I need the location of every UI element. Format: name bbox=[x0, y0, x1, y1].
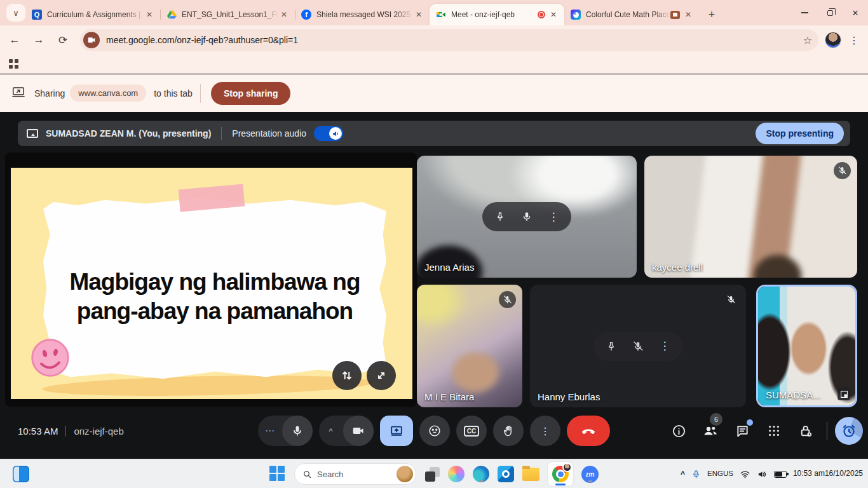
tab-meet-active[interactable]: Meet - onz-iejf-qeb ✕ bbox=[430, 4, 564, 25]
reactions-button[interactable] bbox=[419, 416, 450, 446]
participant-count-badge: 6 bbox=[710, 413, 722, 426]
chat-panel-button[interactable] bbox=[729, 417, 756, 445]
browser-toolbar: ← → ⟳ meet.google.com/onz-iejf-qeb?authu… bbox=[0, 25, 868, 55]
sharing-label: Sharing bbox=[34, 88, 65, 98]
shared-site-pill[interactable]: www.canva.com bbox=[70, 85, 146, 102]
captions-button[interactable]: CC bbox=[456, 416, 487, 446]
close-icon[interactable]: ✕ bbox=[144, 9, 155, 20]
scroll-presentation-button[interactable] bbox=[332, 361, 362, 390]
captions-icon: CC bbox=[464, 426, 479, 437]
tab-search-button[interactable]: ∨ bbox=[6, 4, 25, 22]
pin-icon[interactable] bbox=[602, 337, 620, 355]
meeting-code: onz-iejf-qeb bbox=[74, 426, 123, 437]
start-button[interactable] bbox=[269, 466, 286, 482]
browser-tab-strip: ∨ Q Curriculum & Assignments | ✕ ENT_SG_… bbox=[0, 0, 868, 25]
self-view-tile[interactable]: SUMADSA... bbox=[756, 285, 857, 407]
copilot-icon[interactable] bbox=[448, 466, 465, 482]
reload-button[interactable]: ⟳ bbox=[53, 30, 72, 50]
profile-avatar[interactable] bbox=[825, 32, 841, 48]
mic-muted-icon bbox=[834, 162, 851, 179]
activities-button[interactable] bbox=[761, 417, 787, 445]
browser-menu-icon[interactable]: ⋮ bbox=[845, 31, 863, 49]
back-button[interactable]: ← bbox=[5, 30, 24, 50]
clock-date[interactable]: 10:53 am 16/10/2025 bbox=[793, 469, 863, 479]
taskbar-search[interactable]: Search bbox=[294, 463, 416, 485]
new-tab-button[interactable]: + bbox=[703, 6, 721, 24]
presentation-audio-toggle[interactable] bbox=[314, 126, 343, 141]
slide-title: Magbigay ng halimbawa ng pang-abay na pa… bbox=[69, 251, 360, 327]
file-explorer-icon[interactable] bbox=[522, 468, 539, 481]
camera-options-chevron[interactable]: ^ bbox=[319, 426, 343, 436]
divider bbox=[200, 84, 201, 103]
participant-tile-kaycee[interactable]: kaycee drell bbox=[644, 156, 857, 278]
mic-icon[interactable] bbox=[518, 208, 536, 226]
tab-facebook[interactable]: f Shiela messaged WSI 2025-2 ✕ bbox=[295, 4, 430, 25]
close-icon[interactable]: ✕ bbox=[413, 9, 424, 20]
participant-tile-hanny[interactable]: ⋮ Hanny Eburlas bbox=[530, 285, 746, 407]
url-text[interactable]: meet.google.com/onz-iejf-qeb?authuser=0&… bbox=[106, 35, 803, 45]
more-options-icon[interactable]: ⋮ bbox=[656, 337, 674, 355]
forward-button[interactable]: → bbox=[29, 30, 48, 50]
chrome-taskbar-button-active[interactable] bbox=[548, 462, 573, 486]
timer-widget-button[interactable] bbox=[835, 417, 863, 445]
tab-canva[interactable]: Colorful Cute Math Place ✕ bbox=[564, 4, 699, 25]
mic-button[interactable] bbox=[282, 416, 313, 446]
close-icon[interactable]: ✕ bbox=[682, 9, 694, 20]
host-controls-button[interactable] bbox=[792, 417, 819, 445]
sharing-suffix: to this tab bbox=[154, 88, 193, 98]
close-icon[interactable]: ✕ bbox=[548, 9, 559, 20]
participant-tile-jenna[interactable]: ⋮ Jenna Arias bbox=[417, 156, 637, 278]
bookmark-star-icon[interactable]: ☆ bbox=[803, 34, 812, 46]
restore-window-button[interactable] bbox=[817, 0, 843, 25]
address-bar[interactable]: meet.google.com/onz-iejf-qeb?authuser=0&… bbox=[80, 29, 818, 51]
meet-control-bar: 10:53 AM onz-iejf-qeb ⋯ ^ bbox=[0, 413, 868, 449]
stop-presenting-button[interactable]: Stop presenting bbox=[756, 123, 844, 144]
task-view-button[interactable] bbox=[424, 466, 440, 482]
people-panel-button[interactable]: 6 bbox=[697, 417, 724, 445]
presentation-audio-label: Presentation audio bbox=[232, 128, 306, 139]
stop-sharing-button[interactable]: Stop sharing bbox=[211, 82, 291, 105]
wifi-icon[interactable] bbox=[740, 469, 750, 480]
tile-hover-controls: ⋮ bbox=[593, 332, 682, 361]
slide-paper: Magbigay ng halimbawa ng pang-abay na pa… bbox=[43, 198, 386, 379]
slide-title-line1: Magbigay ng halimbawa ng bbox=[69, 268, 360, 297]
video-feed bbox=[644, 156, 857, 278]
meeting-details-button[interactable] bbox=[665, 417, 692, 445]
raise-hand-button[interactable] bbox=[493, 416, 524, 446]
language-indicator[interactable]: ENG US bbox=[707, 470, 733, 478]
camera-in-use-icon[interactable] bbox=[83, 32, 100, 48]
more-options-button[interactable]: ⋮ bbox=[530, 416, 560, 446]
microphone-in-use-icon[interactable] bbox=[691, 470, 701, 479]
battery-icon[interactable] bbox=[774, 471, 787, 478]
mic-activity-indicator[interactable]: ⋯ bbox=[258, 425, 282, 437]
close-window-button[interactable]: ✕ bbox=[843, 0, 868, 25]
apps-grid-icon[interactable] bbox=[9, 59, 18, 69]
more-options-icon[interactable]: ⋮ bbox=[545, 208, 562, 226]
mic-off-icon[interactable] bbox=[629, 337, 647, 355]
tab-drive-doc[interactable]: ENT_SG_Unit1_Lesson1_Fina ✕ bbox=[160, 4, 295, 25]
fullscreen-button[interactable] bbox=[367, 361, 396, 390]
pin-icon[interactable] bbox=[491, 208, 509, 226]
recording-indicator-icon bbox=[538, 11, 545, 18]
edge-slot bbox=[473, 466, 489, 482]
screen: ∨ Q Curriculum & Assignments | ✕ ENT_SG_… bbox=[0, 0, 868, 488]
divider bbox=[65, 426, 66, 437]
outlook-icon[interactable] bbox=[498, 466, 514, 482]
quipper-icon: Q bbox=[32, 10, 42, 20]
chat-notification-dot bbox=[747, 419, 753, 426]
running-indicator bbox=[588, 480, 592, 482]
search-label: Search bbox=[317, 470, 397, 479]
participant-name: SUMADSA... bbox=[766, 390, 821, 400]
volume-icon[interactable] bbox=[757, 469, 768, 480]
end-call-button[interactable] bbox=[567, 416, 610, 446]
bookmarks-row bbox=[0, 55, 868, 74]
participant-tile-bitara[interactable]: M I E Bitara bbox=[417, 285, 522, 407]
present-button-active[interactable] bbox=[380, 416, 413, 446]
divider bbox=[221, 127, 222, 140]
close-icon[interactable]: ✕ bbox=[278, 9, 290, 20]
picture-in-picture-icon[interactable] bbox=[837, 388, 850, 400]
tab-curriculum[interactable]: Q Curriculum & Assignments | ✕ bbox=[25, 4, 160, 25]
hidden-icons-chevron[interactable]: ^ bbox=[681, 470, 685, 478]
camera-button[interactable] bbox=[343, 416, 374, 446]
minimize-window-button[interactable] bbox=[792, 0, 817, 25]
